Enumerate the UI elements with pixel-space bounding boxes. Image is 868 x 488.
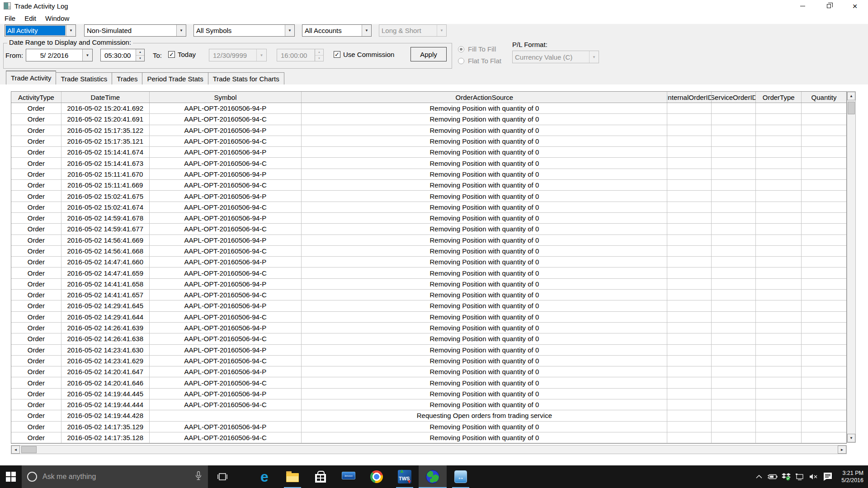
from-time-spinner[interactable]: 05:30:00 ▲▼ [100, 49, 145, 61]
column-header-activitytype[interactable]: ActivityType [11, 92, 61, 103]
table-row[interactable]: Order2016-05-02 15:20:41.691AAPL-OPT-201… [11, 114, 846, 125]
table-row[interactable]: Order2016-05-02 15:14:41.674AAPL-OPT-201… [11, 147, 846, 158]
chevron-down-icon[interactable]: ▼ [176, 25, 186, 36]
tab-trade-stats-for-charts[interactable]: Trade Stats for Charts [208, 72, 284, 84]
menu-window[interactable]: Window [41, 12, 74, 24]
taskbar-app-file-explorer[interactable] [278, 465, 307, 488]
menu-edit[interactable]: Edit [20, 12, 41, 24]
simulation-filter-combobox[interactable]: Non-Simulated ▼ [84, 24, 186, 37]
table-row[interactable]: Order2016-05-02 15:11:41.669AAPL-OPT-201… [11, 180, 846, 191]
table-row[interactable]: Order2016-05-02 15:02:41.675AAPL-OPT-201… [11, 191, 846, 202]
dropbox-icon[interactable] [779, 465, 793, 488]
activity-filter-combobox[interactable]: All Activity ▼ [5, 24, 76, 37]
accounts-filter-combobox[interactable]: All Accounts ▼ [302, 24, 372, 37]
taskbar-clock[interactable]: 3:21 PM 5/2/2016 [835, 469, 868, 484]
tray-chevron-up-icon[interactable] [752, 465, 766, 488]
table-row[interactable]: Order2016-05-02 14:59:41.678AAPL-OPT-201… [11, 213, 846, 224]
network-icon[interactable] [793, 465, 807, 488]
table-row[interactable]: Order2016-05-02 15:17:35.122AAPL-OPT-201… [11, 125, 846, 136]
table-row[interactable]: Order2016-05-02 14:19:44.444AAPL-OPT-201… [11, 399, 846, 410]
table-row[interactable]: Order2016-05-02 15:02:41.674AAPL-OPT-201… [11, 202, 846, 213]
chevron-down-icon[interactable]: ▼ [285, 25, 294, 36]
table-row[interactable]: Order2016-05-02 14:20:41.647AAPL-OPT-201… [11, 366, 846, 377]
column-header-quantity[interactable]: Quantity [802, 92, 846, 103]
table-row[interactable]: Order2016-05-02 14:41:41.657AAPL-OPT-201… [11, 290, 846, 300]
chevron-down-icon[interactable]: ▼ [362, 25, 371, 36]
column-header-ordertype[interactable]: OrderType [756, 92, 802, 103]
column-header-datetime[interactable]: DateTime [61, 92, 150, 103]
column-header-serviceorderid[interactable]: ServiceOrderID [712, 92, 756, 103]
table-row[interactable]: Order2016-05-02 15:11:41.670AAPL-OPT-201… [11, 169, 846, 180]
symbols-filter-combobox[interactable]: All Symbols ▼ [193, 24, 295, 37]
table-body: Order2016-05-02 15:20:41.692AAPL-OPT-201… [11, 103, 846, 443]
apply-button[interactable]: Apply [410, 47, 447, 61]
menu-file[interactable]: File [0, 12, 20, 24]
table-row[interactable]: Order2016-05-02 14:56:41.668AAPL-OPT-201… [11, 246, 846, 257]
cortana-search-box[interactable]: Ask me anything [22, 465, 208, 488]
table-row[interactable]: Order2016-05-02 14:41:41.658AAPL-OPT-201… [11, 279, 846, 290]
taskbar-app-tws[interactable]: ▲▼TWS [391, 465, 419, 488]
table-row[interactable]: Order2016-05-02 14:19:44.428Requesting O… [11, 410, 846, 421]
table-cell [667, 103, 712, 113]
today-checkbox-group[interactable]: ✓ Today [168, 51, 196, 58]
table-row[interactable]: Order2016-05-02 14:17:35.129AAPL-OPT-201… [11, 422, 846, 432]
chevron-down-icon[interactable]: ▼ [82, 49, 92, 61]
table-row[interactable]: Order2016-05-02 15:14:41.673AAPL-OPT-201… [11, 158, 846, 169]
tab-trades[interactable]: Trades [112, 72, 142, 84]
table-row[interactable]: Order2016-05-02 14:23:41.630AAPL-OPT-201… [11, 345, 846, 356]
vertical-scroll-thumb[interactable] [848, 102, 855, 114]
battery-charging-icon[interactable] [766, 465, 779, 488]
table-row[interactable]: Order2016-05-02 14:20:41.646AAPL-OPT-201… [11, 377, 846, 388]
table-row[interactable]: Order2016-05-02 14:47:41.660AAPL-OPT-201… [11, 257, 846, 267]
table-row[interactable]: Order2016-05-02 15:17:35.121AAPL-OPT-201… [11, 136, 846, 147]
table-row[interactable]: Order2016-05-02 14:17:35.128AAPL-OPT-201… [11, 432, 846, 443]
restore-button[interactable] [816, 0, 842, 12]
microphone-icon[interactable] [194, 471, 203, 483]
use-commission-checkbox-group[interactable]: ✓ Use Commission [334, 51, 394, 58]
taskbar-app-chrome[interactable] [363, 465, 391, 488]
volume-muted-icon[interactable] [807, 465, 820, 488]
table-row[interactable]: Order2016-05-02 14:47:41.659AAPL-OPT-201… [11, 267, 846, 278]
from-date-picker[interactable]: 5/ 2/2016 ▼ [26, 49, 93, 61]
column-header-internalorderid[interactable]: InternalOrderID [667, 92, 712, 103]
table-row[interactable]: Order2016-05-02 14:59:41.677AAPL-OPT-201… [11, 224, 846, 235]
horizontal-scrollbar[interactable]: ◄ ► [11, 445, 847, 454]
action-center-icon[interactable] [820, 465, 835, 488]
taskbar-app-edge[interactable]: e [250, 465, 278, 488]
close-button[interactable]: × [842, 0, 868, 12]
taskbar-app-lenovo[interactable]: lenovo [335, 465, 363, 488]
column-header-orderactionsource[interactable]: OrderActionSource [302, 92, 667, 103]
horizontal-scroll-thumb[interactable] [21, 446, 37, 453]
table-row[interactable]: Order2016-05-02 14:26:41.639AAPL-OPT-201… [11, 323, 846, 333]
taskbar-app-store[interactable] [307, 465, 335, 488]
table-row[interactable]: Order2016-05-02 15:20:41.692AAPL-OPT-201… [11, 103, 846, 114]
table-cell [802, 377, 846, 388]
task-view-button[interactable] [211, 465, 234, 488]
scroll-left-icon[interactable]: ◄ [11, 446, 20, 454]
table-row[interactable]: Order2016-05-02 14:23:41.629AAPL-OPT-201… [11, 356, 846, 366]
scroll-down-icon[interactable]: ▼ [847, 434, 855, 442]
table-row[interactable]: Order2016-05-02 14:29:41.645AAPL-OPT-201… [11, 300, 846, 311]
scroll-up-icon[interactable]: ▲ [847, 92, 855, 100]
tab-trade-statistics[interactable]: Trade Statistics [56, 72, 112, 84]
spin-down-icon[interactable]: ▼ [136, 56, 144, 61]
chevron-down-icon[interactable]: ▼ [66, 25, 75, 36]
spin-up-icon[interactable]: ▲ [136, 49, 144, 56]
vertical-scrollbar[interactable]: ▲ ▼ [847, 91, 856, 443]
minimize-button[interactable] [789, 0, 816, 12]
table-cell [756, 246, 802, 256]
table-row[interactable]: Order2016-05-02 14:29:41.644AAPL-OPT-201… [11, 312, 846, 323]
today-checkbox[interactable]: ✓ [168, 51, 175, 58]
scroll-right-icon[interactable]: ► [838, 446, 846, 454]
taskbar-app-teamviewer[interactable]: ↔ [447, 465, 475, 488]
use-commission-checkbox[interactable]: ✓ [334, 51, 340, 58]
tab-period-trade-stats[interactable]: Period Trade Stats [142, 72, 208, 84]
table-cell: Removing Position with quantity of 0 [302, 180, 667, 190]
taskbar-app-trade-log[interactable] [419, 465, 447, 488]
start-button[interactable] [0, 465, 22, 488]
column-header-symbol[interactable]: Symbol [150, 92, 302, 103]
table-row[interactable]: Order2016-05-02 14:56:41.669AAPL-OPT-201… [11, 235, 846, 246]
table-row[interactable]: Order2016-05-02 14:26:41.638AAPL-OPT-201… [11, 333, 846, 344]
tab-trade-activity[interactable]: Trade Activity [6, 70, 56, 84]
table-row[interactable]: Order2016-05-02 14:19:44.445AAPL-OPT-201… [11, 389, 846, 399]
